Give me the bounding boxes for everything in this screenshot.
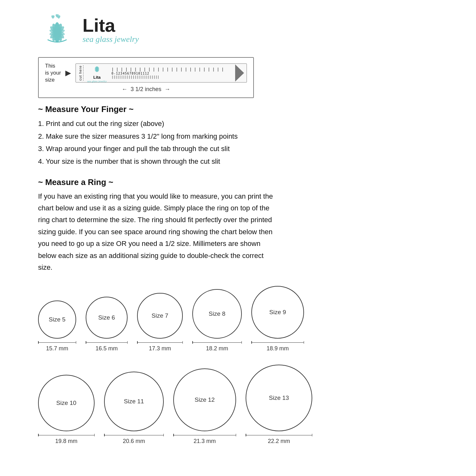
mm-tick-right bbox=[163, 434, 164, 436]
sizer-brand-name: Lita bbox=[87, 75, 107, 80]
mm-label: 18.2 mm bbox=[206, 345, 228, 352]
mm-line bbox=[252, 342, 304, 343]
ring-size-label: Size 6 bbox=[98, 314, 115, 321]
mm-wrapper: 17.3 mm bbox=[137, 341, 183, 352]
mm-tick-right bbox=[94, 434, 95, 436]
ruler: | | | | | | | | | | | | | | | | | | | | … bbox=[111, 68, 233, 79]
ring-circle: Size 5 bbox=[38, 301, 76, 339]
mm-label: 18.9 mm bbox=[267, 345, 289, 352]
mm-wrapper: 18.9 mm bbox=[251, 341, 304, 352]
mm-tick-right bbox=[241, 341, 242, 344]
mm-tick-right bbox=[312, 434, 313, 436]
mm-tick-right bbox=[236, 434, 236, 436]
mm-wrapper: 16.5 mm bbox=[86, 341, 128, 352]
mm-bar bbox=[192, 341, 242, 344]
sizer-label: This is your size bbox=[45, 63, 61, 83]
mm-bar bbox=[251, 341, 304, 344]
ring-circle: Size 8 bbox=[192, 289, 242, 339]
ring-sizes-row-2: Size 10 19.8 mm Size 11 20. bbox=[38, 365, 438, 445]
ring-item: Size 11 20.6 mm bbox=[104, 372, 164, 445]
mm-wrapper: 18.2 mm bbox=[192, 341, 242, 352]
step-4: 4. Your size is the number that is shown… bbox=[38, 155, 438, 168]
mm-line bbox=[86, 342, 127, 343]
sizer-arrow: ► bbox=[63, 68, 73, 78]
mm-wrapper: 15.7 mm bbox=[38, 341, 76, 352]
mm-line bbox=[193, 342, 241, 343]
mm-label: 15.7 mm bbox=[46, 345, 68, 352]
ring-circle: Size 9 bbox=[251, 286, 304, 339]
mm-line bbox=[105, 435, 163, 436]
cut-here-label: cut here bbox=[78, 65, 83, 81]
ring-size-label: Size 9 bbox=[269, 309, 286, 316]
ring-item: Size 9 18.9 mm bbox=[251, 286, 304, 352]
mm-label: 16.5 mm bbox=[96, 345, 118, 352]
mm-wrapper: 20.6 mm bbox=[104, 434, 164, 445]
mm-label: 21.3 mm bbox=[194, 438, 216, 445]
ring-size-label: Size 8 bbox=[209, 310, 226, 317]
sizer-brand-sub: sea glass jewelry bbox=[87, 80, 107, 83]
mm-tick-right bbox=[304, 341, 304, 344]
measure-ring-section: ~ Measure a Ring ~ If you have an existi… bbox=[38, 177, 438, 274]
mm-label: 17.3 mm bbox=[149, 345, 171, 352]
mm-line bbox=[39, 342, 76, 343]
ring-item: Size 10 19.8 mm bbox=[38, 375, 95, 445]
mm-tick-right bbox=[76, 341, 76, 344]
ring-size-label: Size 5 bbox=[49, 316, 66, 323]
mm-wrapper: 21.3 mm bbox=[173, 434, 236, 445]
mm-label: 20.6 mm bbox=[123, 438, 145, 445]
ring-item: Size 5 15.7 mm bbox=[38, 301, 76, 352]
mm-bar bbox=[38, 341, 76, 344]
brand-subtitle: sea glass jewelry bbox=[83, 35, 139, 44]
brand-logo-icon bbox=[38, 13, 76, 48]
ring-sizes-row-1: Size 5 15.7 mm Size 6 16.5 bbox=[38, 286, 438, 352]
mm-tick-right bbox=[127, 341, 128, 344]
mm-label: 22.2 mm bbox=[268, 438, 290, 445]
mm-bar bbox=[104, 434, 164, 436]
mm-wrapper: 19.8 mm bbox=[38, 434, 95, 445]
ring-circle: Size 10 bbox=[38, 375, 95, 431]
ring-size-label: Size 7 bbox=[152, 312, 169, 319]
mm-label: 19.8 mm bbox=[55, 438, 77, 445]
measure-ring-description: If you have an existing ring that you wo… bbox=[38, 190, 273, 274]
ring-item: Size 12 21.3 mm bbox=[173, 368, 236, 445]
ring-item: Size 8 18.2 mm bbox=[192, 289, 242, 352]
mm-line bbox=[174, 435, 236, 436]
brand-text: Lita sea glass jewelry bbox=[83, 16, 139, 44]
step-1: 1. Print and cut out the ring sizer (abo… bbox=[38, 117, 438, 130]
mm-line bbox=[138, 342, 182, 343]
measure-finger-title: ~ Measure Your Finger ~ bbox=[38, 104, 438, 114]
ring-size-label: Size 12 bbox=[195, 396, 215, 403]
step-3: 3. Wrap around your finger and pull the … bbox=[38, 142, 438, 155]
mm-tick-right bbox=[182, 341, 183, 344]
ring-circle: Size 7 bbox=[137, 293, 183, 339]
ring-circle: Size 13 bbox=[246, 365, 312, 431]
brand-name: Lita bbox=[83, 16, 139, 35]
ring-sizes-container: Size 5 15.7 mm Size 6 16.5 bbox=[38, 286, 438, 445]
mm-bar bbox=[137, 341, 183, 344]
sizer-logo-icon bbox=[91, 63, 102, 74]
measure-finger-section: ~ Measure Your Finger ~ 1. Print and cut… bbox=[38, 104, 438, 168]
inches-label: ← 3 1/2 inches → bbox=[45, 86, 247, 93]
mm-wrapper: 22.2 mm bbox=[246, 434, 312, 445]
sizer-pointer bbox=[235, 64, 244, 82]
ring-item: Size 13 22.2 mm bbox=[246, 365, 312, 445]
mm-bar bbox=[246, 434, 312, 436]
mm-bar bbox=[38, 434, 95, 436]
mm-bar bbox=[173, 434, 236, 436]
ring-circle: Size 6 bbox=[86, 297, 128, 339]
ring-circle: Size 11 bbox=[104, 372, 164, 431]
header: Lita sea glass jewelry bbox=[38, 13, 438, 48]
ring-size-label: Size 10 bbox=[56, 400, 76, 407]
ring-size-label: Size 13 bbox=[269, 394, 289, 401]
ring-item: Size 6 16.5 mm bbox=[86, 297, 128, 352]
ring-size-label: Size 11 bbox=[124, 398, 144, 405]
step-2: 2. Make sure the sizer measures 3 1/2" l… bbox=[38, 130, 438, 143]
ring-item: Size 7 17.3 mm bbox=[137, 293, 183, 352]
instructions-list: 1. Print and cut out the ring sizer (abo… bbox=[38, 117, 438, 168]
mm-bar bbox=[86, 341, 128, 344]
mm-line bbox=[39, 435, 94, 436]
mm-line bbox=[246, 435, 312, 436]
ring-circle: Size 12 bbox=[173, 368, 236, 431]
measure-ring-title: ~ Measure a Ring ~ bbox=[38, 177, 438, 187]
